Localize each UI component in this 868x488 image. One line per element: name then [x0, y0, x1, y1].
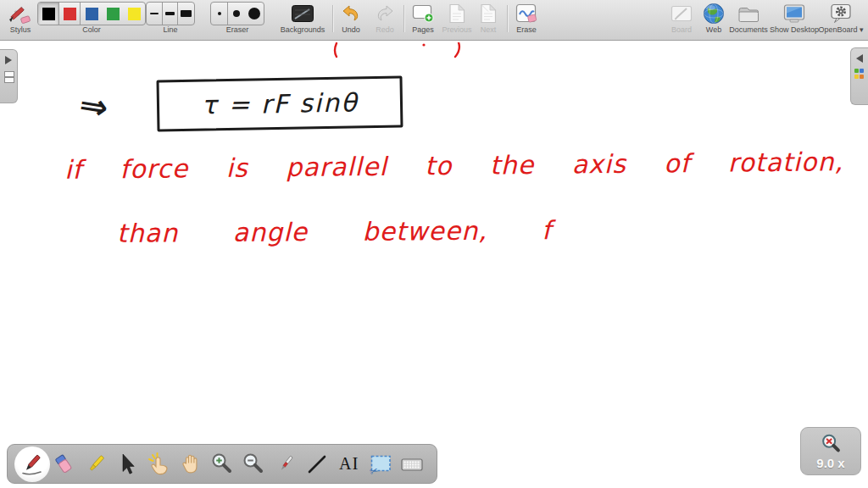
caret-down-icon: ▾: [860, 25, 864, 34]
stylus-button[interactable]: ✂ Stylus: [3, 2, 37, 34]
color-swatch-green[interactable]: [103, 3, 124, 25]
eraser-small-button[interactable]: [211, 3, 228, 25]
color-picker: Color: [37, 2, 146, 34]
zoom-out-icon: [241, 452, 266, 477]
ink-stroke-remnants: [329, 42, 473, 63]
pan-hand-tool[interactable]: [176, 450, 205, 479]
previous-page-button[interactable]: Previous: [440, 2, 474, 34]
redo-icon: [370, 2, 400, 25]
documents-mode-button[interactable]: Documents: [727, 2, 770, 34]
redo-label: Redo: [370, 25, 400, 34]
pointing-hand-icon: [146, 452, 171, 477]
zoom-out-tool[interactable]: [239, 450, 268, 479]
erase-label: Erase: [510, 25, 542, 34]
text-tool-icon: AI: [339, 455, 358, 473]
zoom-value: 9.0 x: [816, 456, 844, 470]
selector-tool[interactable]: [113, 450, 142, 479]
open-palm-icon: [178, 452, 203, 477]
eraser-size-picker: Eraser: [210, 2, 264, 34]
show-desktop-icon: [770, 2, 819, 25]
keyboard-icon: [399, 452, 425, 477]
undo-icon: [336, 2, 366, 25]
previous-page-label: Previous: [440, 25, 474, 34]
color-swatch-black[interactable]: [38, 3, 59, 25]
eraser-label: Eraser: [210, 25, 264, 34]
next-page-button[interactable]: Next: [475, 2, 502, 34]
documents-mode-icon: [727, 2, 770, 25]
line-icon: [304, 452, 330, 477]
marker-tool[interactable]: [81, 450, 110, 479]
pointer-tool[interactable]: [271, 450, 300, 479]
openboard-window: ✂ Stylus Color: [0, 0, 868, 488]
web-mode-label: Web: [700, 25, 727, 34]
board-mode-button[interactable]: Board: [666, 2, 697, 34]
redo-button[interactable]: Redo: [370, 2, 400, 34]
backgrounds-icon: [278, 2, 327, 25]
color-swatch-yellow[interactable]: [124, 3, 145, 25]
line-thin-button[interactable]: [147, 3, 163, 25]
previous-page-icon: [440, 2, 474, 25]
zoom-in-icon: [209, 452, 235, 477]
bottom-toolbar: AI ✂: [7, 444, 437, 484]
openboard-menu-icon: [817, 2, 865, 25]
capture-tool[interactable]: ✂: [366, 450, 395, 479]
backgrounds-label: Backgrounds: [278, 25, 327, 34]
cursor-arrow-icon: [114, 452, 140, 477]
board-mode-label: Board: [666, 25, 697, 34]
next-page-icon: [475, 2, 502, 25]
pages-icon: [407, 2, 439, 25]
handwriting-line-1: if force is parallel to the axis of rota…: [64, 147, 843, 185]
line-tool[interactable]: [303, 450, 331, 479]
interact-hand-tool[interactable]: [144, 450, 173, 479]
formula-text: τ = rF sinθ: [201, 87, 358, 119]
zoom-in-tool[interactable]: [208, 450, 236, 479]
web-mode-button[interactable]: Web: [700, 2, 727, 34]
undo-label: Undo: [336, 25, 366, 34]
top-toolbar: ✂ Stylus Color: [0, 0, 868, 41]
capture-icon: ✂: [368, 452, 393, 477]
pages-button[interactable]: Pages: [407, 2, 439, 34]
openboard-menu-label: OpenBoard ▾: [817, 25, 865, 34]
color-swatch-red[interactable]: [59, 3, 81, 25]
eraser-large-button[interactable]: [245, 3, 264, 25]
laser-pointer-icon: [273, 452, 298, 477]
handwritten-implies-arrow: ⇒: [77, 85, 111, 128]
web-mode-icon: [700, 2, 727, 25]
next-page-label: Next: [475, 25, 502, 34]
undo-button[interactable]: Undo: [336, 2, 366, 34]
toolbar-separator: [332, 5, 334, 32]
erase-button[interactable]: Erase: [510, 2, 542, 34]
magnifier-cancel-icon: [820, 433, 842, 455]
line-medium-button[interactable]: [163, 3, 179, 25]
virtual-keyboard-tool[interactable]: [398, 450, 426, 479]
board-mode-icon: [666, 2, 697, 25]
formula-box: τ = rF sinθ: [156, 75, 403, 131]
color-swatch-blue[interactable]: [81, 3, 102, 25]
pages-label: Pages: [407, 25, 439, 34]
show-desktop-label: Show Desktop: [770, 25, 819, 34]
openboard-menu-button[interactable]: OpenBoard ▾: [817, 2, 865, 34]
eraser-tool[interactable]: [49, 450, 78, 479]
eraser-icon: [51, 452, 76, 477]
show-desktop-button[interactable]: Show Desktop: [770, 2, 819, 34]
pen-icon: [19, 452, 45, 477]
handwriting-line-2: than angle between, f: [117, 215, 552, 248]
eraser-medium-button[interactable]: [228, 3, 245, 25]
toolbar-separator: [507, 5, 509, 32]
whiteboard-canvas[interactable]: ⇒ τ = rF sinθ if force is parallel to th…: [0, 41, 868, 488]
erase-icon: [510, 2, 542, 25]
documents-mode-label: Documents: [727, 25, 770, 34]
line-thick-button[interactable]: [178, 3, 194, 25]
pen-tool[interactable]: [18, 450, 47, 479]
marker-icon: [83, 452, 108, 477]
stylus-icon: ✂: [3, 2, 37, 25]
text-tool[interactable]: AI: [334, 450, 363, 479]
color-label: Color: [37, 25, 146, 34]
line-label: Line: [146, 25, 195, 34]
zoom-indicator[interactable]: 9.0 x: [800, 427, 861, 475]
toolbar-separator: [403, 5, 405, 32]
backgrounds-button[interactable]: Backgrounds: [278, 2, 327, 34]
stylus-label: Stylus: [3, 25, 37, 34]
line-width-picker: Line: [146, 2, 195, 34]
